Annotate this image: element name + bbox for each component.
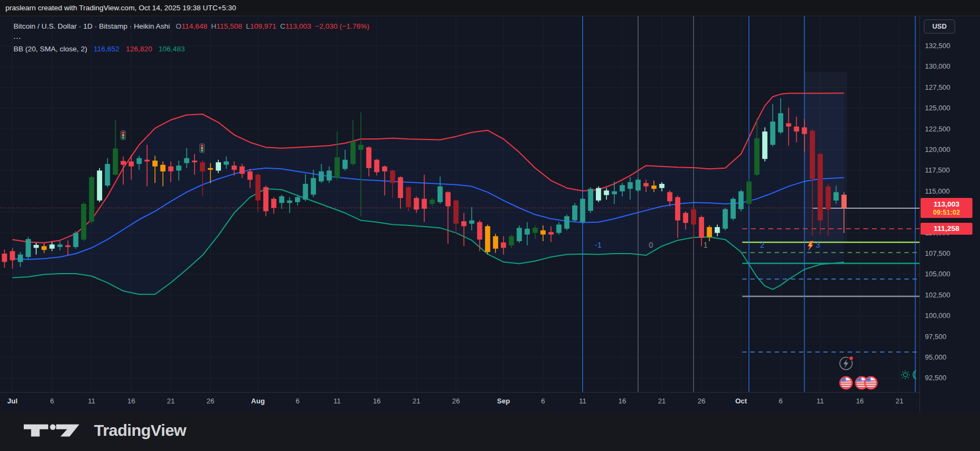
us-flag-event-icon[interactable]: [865, 377, 877, 389]
candle-body: [723, 209, 728, 229]
candle-body: [628, 182, 633, 189]
candle-body: [509, 236, 514, 246]
ohlc-readout: O114,648H115,508L109,971C113,003−2,030 (…: [172, 22, 369, 30]
time-tick-label: 11: [817, 397, 824, 405]
tradingview-logo[interactable]: TradingView: [24, 421, 186, 440]
traffic-light-emoji-marker[interactable]: [200, 144, 205, 153]
candle-body: [113, 149, 118, 175]
candle-wick: [289, 197, 290, 213]
candle-body: [81, 204, 86, 240]
time-axis[interactable]: Jul611162126Aug611162126Sep611162126Oct6…: [0, 392, 919, 412]
candle-wick: [178, 161, 179, 181]
indicator-more-button[interactable]: ...: [14, 32, 370, 43]
candle-wick: [68, 240, 69, 255]
symbol-row: Bitcoin / U.S. Dollar · 1D · Bitstamp · …: [14, 21, 370, 32]
candle-body: [707, 227, 712, 237]
time-tick-label: Sep: [497, 397, 510, 405]
candle-body: [129, 162, 134, 167]
time-tick-label: 6: [296, 397, 299, 405]
us-flag-event-icon[interactable]: [840, 377, 852, 389]
candle-body: [469, 221, 475, 224]
chart-canvas[interactable]: -10123: [0, 16, 919, 392]
candle-body: [652, 185, 657, 189]
time-tick-label: Aug: [251, 397, 265, 405]
price-axis[interactable]: 92,50095,00097,500100,000102,500105,0001…: [919, 16, 980, 412]
tradingview-brand-text: TradingView: [94, 421, 186, 440]
candle-wick: [131, 155, 132, 180]
candle-body: [659, 184, 664, 188]
tradingview-logo-icon: [24, 424, 80, 437]
candle-body: [152, 161, 158, 167]
candle-body: [778, 113, 783, 132]
time-tick-label: 11: [579, 397, 587, 405]
candle-body: [18, 255, 23, 262]
price-tick-label: 92,500: [925, 373, 947, 383]
cycle-label-3: 3: [816, 241, 820, 249]
candle-body: [406, 187, 411, 207]
candle-body: [208, 168, 213, 170]
candle-body: [89, 177, 95, 222]
candle-body: [493, 236, 499, 249]
candle-body: [327, 170, 332, 180]
legend: Bitcoin / U.S. Dollar · 1D · Bitstamp · …: [14, 21, 370, 55]
price-tick-label: 122,500: [925, 124, 950, 134]
candle-body: [192, 161, 197, 162]
candle-body: [556, 224, 562, 233]
candle-body: [683, 213, 688, 223]
candle-wick: [472, 207, 473, 230]
candle-body: [184, 158, 190, 163]
candle-body: [358, 145, 364, 150]
time-tick-label: 16: [127, 397, 135, 405]
traffic-light-emoji-marker[interactable]: [121, 131, 126, 140]
price-tick-label: 105,000: [925, 269, 950, 279]
time-tick-label: 26: [697, 397, 705, 405]
candle-wick: [210, 163, 211, 183]
candle-body: [715, 227, 720, 233]
candle-body: [351, 142, 356, 164]
alert-price-label[interactable]: 111,258: [921, 223, 972, 235]
ohlc-letter: H: [211, 22, 217, 30]
candle-wick: [186, 148, 187, 168]
candle-body: [667, 192, 673, 201]
currency-toggle-button[interactable]: USD: [924, 19, 955, 34]
candle-body: [643, 183, 649, 187]
bb-indicator-label[interactable]: BB (20, SMA, close, 2): [14, 45, 88, 53]
candle-body: [786, 123, 791, 127]
candle-body: [730, 199, 736, 219]
candle-body: [438, 187, 443, 202]
time-tick-label: Jul: [8, 397, 18, 405]
candle-body: [564, 216, 569, 229]
candle-body: [334, 157, 340, 178]
candle-body: [398, 177, 404, 198]
ohlc-value: 114,648: [182, 22, 207, 30]
candle-body: [818, 154, 823, 221]
price-tick-label: 127,500: [925, 83, 950, 92]
cycle-label-0: 0: [649, 241, 653, 249]
candle-body: [770, 122, 776, 145]
candle-body: [739, 191, 744, 209]
candle-body: [33, 245, 39, 248]
candle-body: [311, 178, 316, 195]
candle-body: [572, 205, 578, 221]
candle-body: [446, 192, 451, 206]
last-price-value: 113,003: [921, 198, 972, 209]
ohlc-value: 113,003: [285, 22, 311, 30]
candle-body: [612, 191, 617, 194]
candle-wick: [194, 154, 195, 175]
candle-wick: [123, 156, 124, 184]
candle-body: [247, 171, 253, 180]
candle-body: [675, 197, 681, 221]
candle-body: [366, 147, 372, 168]
symbol-title[interactable]: Bitcoin / U.S. Dollar · 1D · Bitstamp · …: [14, 22, 170, 30]
price-tick-label: 97,500: [925, 332, 947, 342]
ohlc-letter: O: [176, 22, 182, 30]
candle-body: [501, 242, 506, 248]
bar-countdown: 09:51:02: [921, 209, 972, 218]
candle-body: [525, 229, 530, 235]
candle-body: [57, 244, 63, 247]
chart-plot-area[interactable]: -10123 Bitcoin / U.S. Dollar · 1D · Bits…: [0, 16, 919, 392]
candle-body: [691, 209, 696, 224]
footer-bar: TradingView: [0, 412, 980, 451]
candle-body: [168, 167, 173, 171]
candle-body: [533, 228, 538, 233]
